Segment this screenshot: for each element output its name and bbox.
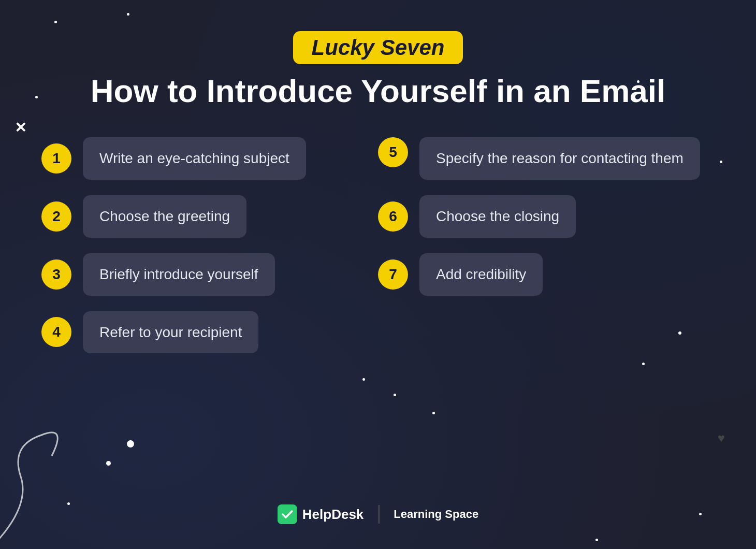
- item-label-5: Specify the reason for contacting them: [419, 137, 700, 180]
- header: Lucky Seven How to Introduce Yourself in…: [0, 0, 756, 109]
- learning-space-label: Learning Space: [394, 508, 478, 521]
- item-label-3: Briefly introduce yourself: [83, 253, 275, 296]
- item-label-1: Write an eye-catching subject: [83, 137, 306, 180]
- lucky-seven-badge: Lucky Seven: [293, 31, 463, 64]
- list-item-3: 3 Briefly introduce yourself: [41, 253, 378, 296]
- number-badge-6: 6: [378, 201, 408, 232]
- list-item-7: 7 Add credibility: [378, 253, 715, 296]
- item-label-6: Choose the closing: [419, 195, 576, 238]
- list-item-6: 6 Choose the closing: [378, 195, 715, 238]
- number-badge-7: 7: [378, 259, 408, 290]
- item-label-4: Refer to your recipient: [83, 311, 258, 354]
- footer-divider: [378, 505, 379, 524]
- main-title: How to Introduce Yourself in an Email: [0, 74, 756, 109]
- helpdesk-logo: HelpDesk: [278, 504, 364, 524]
- heart-icon: ♥: [718, 431, 725, 445]
- dot-14: [699, 513, 702, 515]
- number-badge-2: 2: [41, 201, 71, 232]
- number-badge-1: 1: [41, 143, 71, 174]
- dot-15: [595, 539, 598, 541]
- dot-7: [642, 363, 645, 365]
- right-column: 5 Specify the reason for contacting them…: [378, 137, 715, 353]
- item-label-2: Choose the greeting: [83, 195, 246, 238]
- list-item-5: 5 Specify the reason for contacting them: [378, 137, 715, 180]
- item-label-7: Add credibility: [419, 253, 543, 296]
- helpdesk-icon: [278, 504, 297, 524]
- number-badge-3: 3: [41, 259, 71, 290]
- svg-rect-0: [278, 504, 297, 524]
- left-column: 1 Write an eye-catching subject 2 Choose…: [41, 137, 378, 353]
- dot-8: [394, 394, 396, 396]
- helpdesk-brand-name: HelpDesk: [302, 507, 364, 523]
- content-grid: 1 Write an eye-catching subject 2 Choose…: [0, 137, 756, 353]
- dot-10: [362, 378, 365, 381]
- list-item-4: 4 Refer to your recipient: [41, 311, 378, 354]
- number-badge-4: 4: [41, 317, 71, 347]
- decorative-curve: [0, 414, 145, 549]
- list-item-2: 2 Choose the greeting: [41, 195, 378, 238]
- footer: HelpDesk Learning Space: [278, 504, 478, 524]
- dot-9: [432, 412, 435, 414]
- star-icon: ✕: [14, 119, 26, 136]
- number-badge-5: 5: [378, 137, 408, 167]
- list-item-1: 1 Write an eye-catching subject: [41, 137, 378, 180]
